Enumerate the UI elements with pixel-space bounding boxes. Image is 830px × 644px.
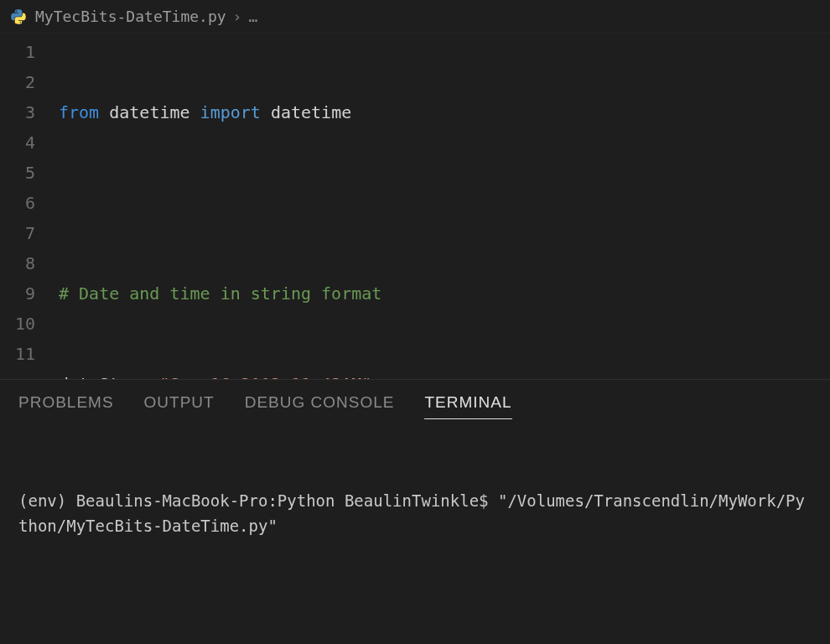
python-file-icon (10, 8, 27, 25)
bottom-panel: PROBLEMS OUTPUT DEBUG CONSOLE TERMINAL (… (0, 379, 830, 644)
panel-tabs: PROBLEMS OUTPUT DEBUG CONSOLE TERMINAL (0, 380, 830, 428)
code-line-2[interactable] (59, 188, 830, 218)
code-line-1[interactable]: from datetime import datetime (59, 97, 830, 127)
breadcrumb-file[interactable]: MyTecBits-DateTime.py (35, 8, 226, 25)
breadcrumb-separator: › (233, 8, 242, 25)
breadcrumb: MyTecBits-DateTime.py › … (0, 0, 830, 34)
tab-debug-console[interactable]: DEBUG CONSOLE (245, 393, 395, 419)
tab-terminal[interactable]: TERMINAL (424, 393, 511, 419)
breadcrumb-ellipsis[interactable]: … (248, 8, 257, 25)
terminal-prompt-line: (env) Beaulins-MacBook-Pro:Python Beauli… (18, 488, 812, 538)
tab-output[interactable]: OUTPUT (144, 393, 215, 419)
terminal-output[interactable]: (env) Beaulins-MacBook-Pro:Python Beauli… (0, 428, 830, 644)
tab-problems[interactable]: PROBLEMS (18, 393, 114, 419)
code-line-3[interactable]: # Date and time in string format (59, 278, 830, 309)
